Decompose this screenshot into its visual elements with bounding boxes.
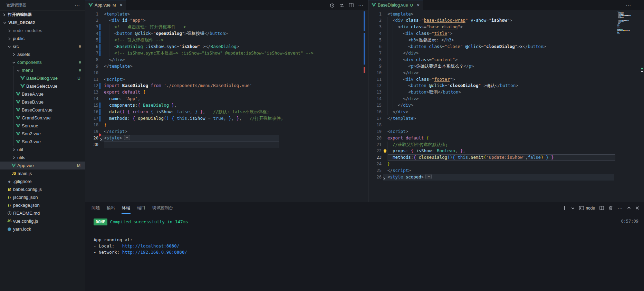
close-icon[interactable]: × — [119, 3, 122, 7]
maximize-panel-icon[interactable] — [627, 206, 631, 210]
code-line-14[interactable]: 14 </div> — [368, 96, 644, 102]
code-line-16[interactable]: 16 data() { return { isShow: false, } },… — [85, 109, 368, 115]
code-line-30[interactable]: 30 — [85, 142, 368, 148]
code-line-2[interactable]: 2 <div class="base-dialog-wrap" v-show="… — [368, 17, 644, 24]
code-editor-basedialog-vue[interactable]: 1<template>2 <div class="base-dialog-wra… — [368, 10, 644, 202]
code-line-19[interactable]: 19</script> — [85, 128, 368, 135]
code-line-22[interactable]: 22 props: { isShow: Boolean, }, — [368, 148, 644, 154]
code-line-9[interactable]: 9 <p>你确认要退出本系统么？</p> — [368, 63, 644, 70]
chevron-down-icon — [11, 61, 16, 64]
code-line-19[interactable]: 19<script> — [368, 128, 644, 135]
tree-item-util[interactable]: util — [0, 146, 85, 154]
code-line-4[interactable]: 4 <button @click="openDialog">弹框按钮</butt… — [85, 30, 368, 37]
sidebar-explorer: 资源管理器 ⋯ 打开的编辑器 VUE_DEOM2node_modulespubl… — [0, 0, 85, 291]
tree-item-basea-vue[interactable]: BaseA.vue — [0, 90, 85, 98]
close-panel-icon[interactable] — [635, 206, 639, 210]
tab-basedialog-vue[interactable]: BaseDialog.vue U × — [368, 0, 423, 10]
code-line-10[interactable]: 10 — [85, 70, 368, 76]
tree-item-menu[interactable]: menu — [0, 66, 85, 74]
tree-item-components[interactable]: components — [0, 58, 85, 66]
code-line-15[interactable]: 15 components:{ BaseDialog }, — [85, 102, 368, 109]
tree-item-utils[interactable]: utils — [0, 154, 85, 162]
open-changes-icon[interactable] — [339, 3, 344, 8]
code-line-12[interactable]: 12 <button @click="closeDialog" >确认</but… — [368, 83, 644, 89]
code-line-6[interactable]: 6 <BaseDialog :isShow.sync="isShow" ></B… — [85, 43, 368, 50]
code-line-9[interactable]: 9</template> — [85, 63, 368, 70]
tree-item-son-vue[interactable]: Son.vue — [0, 122, 85, 130]
code-line-14[interactable]: 14 name: 'App', — [85, 96, 368, 102]
history-icon[interactable] — [329, 3, 335, 8]
open-editors-section[interactable]: 打开的编辑器 — [0, 10, 85, 19]
tree-item-yarn-lock[interactable]: yarn.lock — [0, 225, 85, 233]
code-line-18[interactable]: 18} — [85, 122, 368, 128]
local-url[interactable]: http://localhost:8080/ — [122, 243, 180, 249]
tree-item-package-json[interactable]: {}package.json — [0, 201, 85, 209]
tree-item-baseb-vue[interactable]: BaseB.vue — [0, 98, 85, 106]
tree-item-public[interactable]: public — [0, 35, 85, 42]
tree-item-basedialog-vue[interactable]: BaseDialog.vueU — [0, 74, 85, 82]
code-line-5[interactable]: 5 <h3>温馨提示: </h3> — [368, 37, 644, 43]
tree-item-son3-vue[interactable]: Son3.vue — [0, 138, 85, 146]
code-editor-app-vue[interactable]: 1<template>2 <div id="app">3 <!-- 点击按钮: … — [85, 10, 368, 202]
tree-item-vue-deom2[interactable]: VUE_DEOM2 — [0, 19, 85, 27]
tree-item-baseselect-vue[interactable]: BaseSelect.vue — [0, 82, 85, 90]
tree-item-babel-config-js[interactable]: Bbabel.config.js — [0, 185, 85, 193]
tree-item--gitignore[interactable]: ◆.gitignore — [0, 177, 85, 185]
tree-item-jsconfig-json[interactable]: {}jsconfig.json — [0, 193, 85, 201]
code-line-20[interactable]: 20export default { — [368, 135, 644, 142]
kill-terminal-icon[interactable] — [608, 206, 613, 210]
code-line-3[interactable]: 3 <!-- 点击按钮: 打开弹框事件 --> — [85, 24, 368, 30]
code-line-2[interactable]: 2 <div id="app"> — [85, 17, 368, 24]
code-line-23[interactable]: 23 methods:{ closeDialog(){ this.$emit('… — [368, 154, 644, 161]
more-actions-icon[interactable]: ⋯ — [358, 2, 363, 8]
tree-item-readme-md[interactable]: iREADME.md — [0, 209, 85, 217]
fold-chevron-icon[interactable] — [383, 175, 386, 182]
code-line-1[interactable]: 1<template> — [85, 11, 368, 18]
tree-item-grandson-vue[interactable]: GrandSon.vue — [0, 114, 85, 122]
tree-item-vue-config-js[interactable]: JSvue.config.js — [0, 217, 85, 225]
code-line-26[interactable]: 26<style scoped>⋯ — [368, 174, 644, 181]
code-line-11[interactable]: 11<script> — [85, 76, 368, 83]
tree-item-main-js[interactable]: JSmain.js — [0, 169, 85, 177]
explorer-more-icon[interactable]: ⋯ — [75, 3, 80, 7]
tree-item-assets[interactable]: assets — [0, 50, 85, 58]
code-line-6[interactable]: 6 <button class="close" @click="closeDia… — [368, 43, 644, 50]
close-icon[interactable]: × — [417, 3, 420, 7]
more-actions-icon[interactable]: ⋯ — [626, 2, 631, 8]
code-line-12[interactable]: 12import BaseDialog from './components/m… — [85, 83, 368, 89]
code-line-20[interactable]: 20<style>⋯ — [85, 135, 368, 142]
tab-app-vue[interactable]: App.vue M × — [85, 0, 126, 10]
code-line-15[interactable]: 15 </div> — [368, 102, 644, 109]
code-line-5[interactable]: 5 <!-- 引入弹框组件 --> — [85, 37, 368, 43]
code-line-18[interactable]: 18 — [368, 122, 644, 128]
code-line-10[interactable]: 10 </div> — [368, 70, 644, 76]
tree-item-app-vue[interactable]: App.vueM — [0, 162, 85, 169]
code-line-25[interactable]: 25</script> — [368, 167, 644, 174]
code-line-7[interactable]: 7 <!-- isShow.sync其本质是=> :isShow="isShow… — [85, 50, 368, 57]
code-line-1[interactable]: 1<template> — [368, 11, 644, 18]
terminal-output[interactable]: DONE Compiled successfully in 147ms App … — [94, 202, 603, 240]
split-editor-icon[interactable] — [349, 3, 354, 8]
code-line-17[interactable]: 17</template> — [368, 115, 644, 122]
code-line-24[interactable]: 24} — [368, 161, 644, 167]
code-line-21[interactable]: 21 //获取父组件传递的默认值; — [368, 142, 644, 148]
code-line-16[interactable]: 16 </div> — [368, 109, 644, 115]
tree-item-node-modules[interactable]: node_modules — [0, 27, 85, 35]
code-line-4[interactable]: 4 <div class="title"> — [368, 30, 644, 37]
code-line-17[interactable]: 17 methods: { openDialog() { this.isShow… — [85, 115, 368, 122]
tree-item-src[interactable]: src — [0, 42, 85, 50]
network-url[interactable]: http://192.168.0.96:8080/ — [122, 250, 187, 255]
code-line-8[interactable]: 8 </div> — [85, 57, 368, 63]
more-actions-icon[interactable]: ⋯ — [617, 205, 623, 211]
minimap[interactable] — [617, 11, 643, 34]
folded-code-icon[interactable]: ⋯ — [425, 174, 432, 179]
code-line-3[interactable]: 3 <div class="base-dialog"> — [368, 24, 644, 30]
folded-code-icon[interactable]: ⋯ — [124, 135, 130, 140]
code-line-13[interactable]: 13export default { — [85, 89, 368, 96]
code-line-7[interactable]: 7 </div> — [368, 50, 644, 57]
tree-item-basecount-vue[interactable]: BaseCount.vue — [0, 106, 85, 114]
tree-item-son2-vue[interactable]: Son2.vue — [0, 130, 85, 138]
code-line-11[interactable]: 11 <div class="footer"> — [368, 76, 644, 83]
code-line-8[interactable]: 8 <div class="content"> — [368, 57, 644, 63]
code-line-13[interactable]: 13 <button>取消</button> — [368, 89, 644, 96]
